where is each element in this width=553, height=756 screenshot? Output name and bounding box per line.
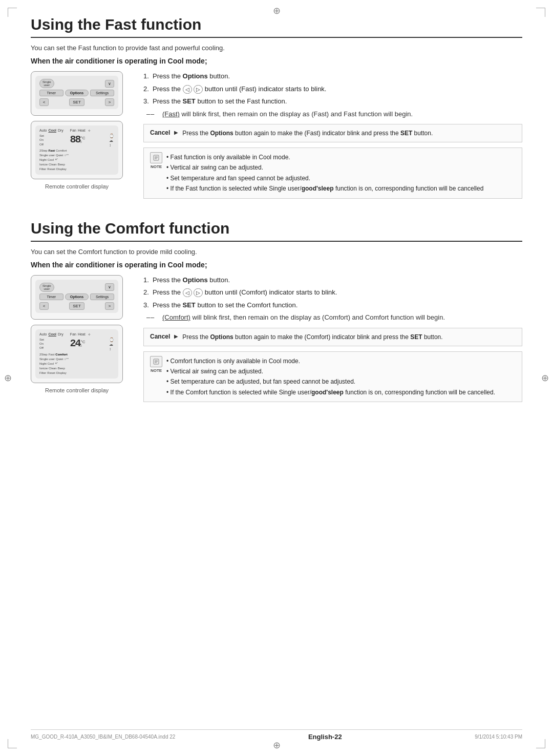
comfort-remote-caption: Remote controller display: [31, 387, 123, 393]
comfort-remote-display-img: Auto Cool Dry Fan Heat ⟡ Set On: [31, 325, 123, 383]
comfort-mode-cool: Cool: [48, 332, 56, 337]
fast-display-left: Set On Off: [39, 134, 46, 146]
comfort-mode-heat: Heat: [78, 332, 86, 337]
comfort-step-1: 1. Press the Options button.: [143, 275, 522, 285]
fast-step-1: 1. Press the Options button.: [143, 71, 522, 81]
comfort-remote-buttons-img: Singleuser ∨ Timer Options Settings < SE…: [31, 275, 123, 320]
comfort-mode-dry: Dry: [58, 332, 63, 337]
fast-left-col: Singleuser ∨ Timer Options Settings < SE…: [31, 71, 133, 190]
fast-set-label: SET: [183, 97, 196, 105]
fast-note-item-4: If the Fast function is selected while S…: [166, 183, 483, 194]
comfort-nav-btns-right: ▷: [194, 288, 203, 297]
comfort-remote-nav-row: Singleuser ∨: [39, 283, 114, 292]
compass-left-icon: ⊕: [4, 372, 12, 384]
fast-mode-cool: Cool: [48, 129, 56, 133]
fast-temp-value: 88: [70, 134, 80, 145]
comfort-remote-top-wrapper: Singleuser ∨ Timer Options Settings < SE…: [31, 275, 133, 322]
fast-sub-step: – (Fast) will blink first, then remain o…: [143, 109, 522, 119]
comfort-steps-list: 1. Press the Options button. 2. Press th…: [143, 275, 522, 323]
comfort-remote-display-wrapper: Auto Cool Dry Fan Heat ⟡ Set On: [31, 325, 133, 393]
comfort-note-item-4: If the Comfort function is selected whil…: [166, 387, 495, 397]
comfort-bars: ≡: [80, 344, 86, 347]
fast-step-3: 3. Press the SET button to set the Fast …: [143, 96, 522, 107]
fast-unit-icons: °C ≡: [80, 136, 86, 143]
comfort-remote-display: Auto Cool Dry Fan Heat ⟡ Set On: [35, 329, 118, 379]
fast-cancel-text: Press the Options button again to make t…: [182, 129, 433, 138]
fast-mode-auto: Auto: [39, 129, 47, 133]
comfort-settings-btn: Settings: [90, 293, 114, 300]
comfort-step-3: 3. Press the SET button to set the Comfo…: [143, 300, 522, 310]
comfort-arrow-row: < SET >: [39, 302, 114, 310]
compass-top-icon: ⊕: [273, 5, 281, 16]
comfort-options-label: Options: [183, 276, 208, 284]
fast-options-label: Options: [183, 72, 208, 80]
fast-right-arrow-btn: >: [105, 98, 114, 106]
fast-remote-display-img: Auto Cool Dry Fan Heat ⟡ Set On: [31, 121, 123, 179]
fast-remote-top: Singleuser ∨ Timer Options Settings < SE…: [35, 76, 118, 109]
footer-date: 9/1/2014 5:10:43 PM: [475, 734, 522, 740]
fast-cancel-box: Cancel ▶ Press the Options button again …: [143, 124, 522, 142]
comfort-remote-row2: Timer Options Settings: [39, 293, 114, 300]
fast-display-right-icons: ⌚ ☁ ↕: [109, 134, 114, 148]
fast-bars: ≡: [80, 140, 86, 143]
comfort-set-label: SET: [183, 301, 196, 309]
fast-remote-display-wrapper: Auto Cool Dry Fan Heat ⟡ Set On: [31, 121, 133, 190]
fast-options-btn: Options: [65, 90, 89, 96]
fast-note-box: NOTE Fast function is only available in …: [143, 148, 522, 199]
comfort-mode-icon1: ⟡: [88, 332, 91, 337]
comfort-cancel-label: Cancel: [150, 332, 170, 340]
fast-step-2: 2. Press the ◁ ▷ button until (Fast) ind…: [143, 84, 522, 94]
fast-two-col: Singleuser ∨ Timer Options Settings < SE…: [31, 71, 522, 204]
page-footer: MG_GOOD_R-410A_A3050_IB&IM_EN_DB68-04540…: [31, 729, 522, 741]
comfort-mode-fan: Fan: [70, 332, 76, 337]
fast-set-btn: SET: [69, 98, 84, 106]
comfort-single-user-btn: Singleuser: [39, 283, 54, 292]
fast-temp-display: 88 °C ≡: [70, 134, 86, 145]
fast-note-item-2: Vertical air swing can be adjusted.: [166, 162, 483, 173]
comfort-options-btn: Options: [65, 293, 89, 300]
comfort-note-icon: [150, 356, 162, 367]
fast-remote-caption: Remote controller display: [31, 183, 123, 190]
comfort-bottom-labels: 2Step Fast Comfort Single user Quiet ○°*…: [39, 352, 114, 375]
corner-mark-tr: [536, 8, 545, 17]
comfort-section-title: Using the Comfort function: [31, 219, 522, 242]
fast-remote-buttons-img: Singleuser ∨ Timer Options Settings < SE…: [31, 71, 123, 116]
comfort-note-list: Comfort function is only available in Co…: [166, 356, 495, 398]
compass-right-icon: ⊕: [541, 372, 549, 384]
footer-file: MG_GOOD_R-410A_A3050_IB&IM_EN_DB68-04540…: [31, 734, 175, 740]
fast-nav-btns-right: ▷: [194, 85, 203, 94]
comfort-nav-btns: ◁: [183, 288, 192, 297]
compass-bottom-icon: ⊕: [273, 740, 281, 751]
comfort-step-2: 2. Press the ◁ ▷ button until (Comfort) …: [143, 287, 522, 298]
fast-bottom-labels: 2Step Fast Comfort Single user Quiet ○°*…: [39, 149, 114, 172]
footer-page: English-22: [308, 733, 342, 741]
fast-chevron-down-btn: ∨: [105, 80, 114, 88]
comfort-note-item-1: Comfort function is only available in Co…: [166, 356, 495, 366]
fast-right-col: 1. Press the Options button. 2. Press th…: [143, 71, 522, 204]
fast-note-item-1: Fast function is only available in Cool …: [166, 152, 483, 162]
comfort-display-labels: Set On Off: [39, 338, 44, 350]
fast-note-item-3: Set temperature and fan speed cannot be …: [166, 173, 483, 183]
comfort-subsection-title: When the air conditioner is operating in…: [31, 261, 522, 269]
fast-cancel-label: Cancel: [150, 129, 170, 136]
fast-note-text: Fast function is only available in Cool …: [166, 152, 483, 194]
fast-display-labels: Set On Off: [39, 134, 44, 146]
comfort-display-modes: Auto Cool Dry Fan Heat ⟡: [39, 332, 114, 337]
comfort-note-text: Comfort function is only available in Co…: [166, 356, 495, 398]
fast-remote-display: Auto Cool Dry Fan Heat ⟡ Set On: [35, 125, 118, 175]
fast-left-arrow-btn: <: [39, 98, 49, 106]
fast-note-icon: [150, 152, 162, 163]
fast-remote-top-wrapper: Singleuser ∨ Timer Options Settings < SE…: [31, 71, 133, 118]
fast-note-icon-col: NOTE: [150, 152, 162, 169]
comfort-note-icon-col: NOTE: [150, 356, 162, 373]
comfort-left-col: Singleuser ∨ Timer Options Settings < SE…: [31, 275, 133, 393]
fast-note-list: Fast function is only available in Cool …: [166, 152, 483, 194]
comfort-cancel-text: Press the Options button again to make t…: [182, 332, 442, 342]
fast-fast-underline: (Fast): [162, 110, 180, 118]
fast-display-modes: Auto Cool Dry Fan Heat ⟡: [39, 129, 114, 133]
fast-nav-btns: ◁: [183, 85, 192, 94]
fast-single-user-btn: Singleuser: [39, 79, 54, 88]
comfort-note-item-3: Set temperature can be adjusted, but fan…: [166, 376, 495, 387]
fast-section-intro: You can set the Fast function to provide…: [31, 44, 522, 52]
fast-mode-fan: Fan: [70, 129, 76, 133]
